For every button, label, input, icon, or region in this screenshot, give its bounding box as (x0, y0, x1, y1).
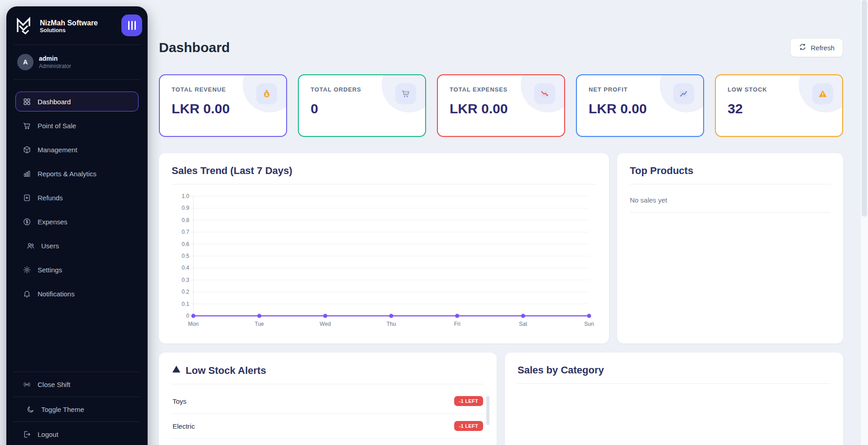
top-products-title: Top Products (630, 165, 830, 177)
moon-icon (26, 405, 35, 414)
sidebar-item-label: Close Shift (38, 381, 71, 388)
svg-text:1.0: 1.0 (182, 193, 189, 199)
low-stock-row: -1 LEFT (172, 439, 484, 445)
sidebar: NizMah Software Solutions A admin Admini… (6, 6, 148, 445)
sidebar-item-label: Management (38, 146, 77, 154)
sidebar-item-label: Point of Sale (38, 122, 76, 130)
cart-icon (395, 83, 416, 104)
svg-text:0.9: 0.9 (182, 205, 189, 211)
main-content: Dashboard Refresh TOTAL REVENUE LKR 0.00… (159, 0, 843, 445)
low-stock-row: Toys -1 LEFT (172, 389, 484, 414)
divider (172, 384, 484, 384)
package-icon (22, 145, 31, 154)
low-stock-alerts-panel: Low Stock Alerts Toys -1 LEFT Electric -… (159, 353, 497, 445)
users-icon (26, 241, 35, 250)
svg-text:0.8: 0.8 (182, 217, 189, 223)
stock-badge: -1 LEFT (454, 396, 483, 406)
money-bag-icon: $ (256, 83, 277, 104)
sidebar-item-label: Notifications (38, 290, 75, 298)
user-role: Administrator (39, 63, 71, 69)
logout-icon (22, 430, 31, 439)
svg-text:0.6: 0.6 (182, 241, 189, 247)
divider (518, 383, 830, 384)
stock-badge: -1 LEFT (454, 421, 483, 431)
top-products-empty-text: No sales yet (630, 196, 830, 204)
sidebar-item-toggle-theme[interactable]: Toggle Theme (15, 400, 139, 419)
stat-card-low-stock: LOW STOCK 32 (715, 74, 843, 137)
product-name: Electric (173, 422, 195, 430)
divider (630, 212, 830, 213)
refresh-button[interactable]: Refresh (790, 38, 843, 57)
grid-icon (22, 97, 31, 106)
sidebar-item-label: Users (41, 242, 59, 250)
stat-cards: TOTAL REVENUE LKR 0.00 $ TOTAL ORDERS 0 … (159, 74, 843, 137)
brand-subtitle: Solutions (40, 27, 98, 34)
sidebar-collapse-button[interactable] (121, 15, 142, 36)
svg-text:0.4: 0.4 (182, 265, 189, 271)
svg-text:Sat: Sat (519, 321, 528, 327)
sidebar-item-expenses[interactable]: Expenses (15, 212, 139, 232)
divider (14, 397, 140, 397)
sales-by-category-panel: Sales by Category (505, 353, 843, 445)
brand-logo-icon (15, 16, 34, 36)
svg-text:0.5: 0.5 (182, 253, 189, 259)
bar-chart-icon (22, 169, 31, 178)
page-scrollbar-thumb[interactable] (862, 0, 867, 217)
sidebar-item-logout[interactable]: Logout (15, 425, 139, 444)
sidebar-nav: Dashboard Point of Sale Management Repor… (15, 92, 139, 304)
sales-trend-panel: Sales Trend (Last 7 Days) 1.00.90.80.70.… (159, 153, 609, 343)
divider (172, 184, 596, 184)
svg-text:0: 0 (186, 313, 189, 319)
page-scrollbar[interactable] (861, 0, 868, 445)
sidebar-item-dashboard[interactable]: Dashboard (15, 92, 139, 111)
sidebar-item-label: Reports & Analytics (38, 170, 96, 178)
sidebar-item-label: Dashboard (38, 98, 71, 106)
svg-text:0.7: 0.7 (182, 229, 189, 235)
sidebar-item-label: Settings (38, 266, 62, 274)
sidebar-item-settings[interactable]: Settings (15, 260, 139, 280)
stat-card-total-revenue: TOTAL REVENUE LKR 0.00 $ (159, 74, 287, 137)
page-title: Dashboard (159, 40, 230, 55)
gear-icon (22, 265, 31, 274)
svg-text:0.1: 0.1 (182, 301, 189, 307)
sidebar-item-label: Refunds (38, 194, 63, 202)
divider (14, 421, 140, 422)
broadcast-icon (22, 380, 31, 389)
svg-text:Tue: Tue (255, 321, 264, 327)
svg-text:Sun: Sun (584, 321, 594, 327)
low-stock-list: Toys -1 LEFT Electric -1 LEFT -1 LEFT (172, 389, 484, 445)
divider (14, 44, 140, 45)
stat-card-net-profit: NET PROFIT LKR 0.00 (576, 74, 704, 137)
refresh-icon (799, 43, 806, 52)
sidebar-item-users[interactable]: Users (15, 236, 139, 256)
sidebar-item-reports-analytics[interactable]: Reports & Analytics (15, 164, 139, 184)
divider (630, 184, 830, 184)
sidebar-item-refunds[interactable]: Refunds (15, 188, 139, 208)
sidebar-item-label: Expenses (38, 218, 67, 226)
sidebar-item-label: Logout (38, 430, 58, 438)
sidebar-item-management[interactable]: Management (15, 140, 139, 160)
refund-icon (22, 193, 31, 202)
brand-name: NizMah Software (40, 19, 98, 27)
chart-up-icon (673, 83, 694, 104)
svg-text:0.2: 0.2 (182, 289, 189, 295)
svg-text:Mon: Mon (188, 321, 198, 327)
user-name: admin (39, 55, 71, 62)
divider (14, 372, 140, 372)
cart-icon (22, 121, 31, 130)
sales-trend-title: Sales Trend (Last 7 Days) (172, 165, 596, 177)
svg-text:$: $ (266, 92, 268, 97)
warning-icon (812, 83, 833, 104)
top-products-panel: Top Products No sales yet (617, 153, 843, 343)
low-stock-title: Low Stock Alerts (186, 365, 266, 377)
sidebar-item-close-shift[interactable]: Close Shift (15, 375, 139, 394)
list-scrollbar-thumb[interactable] (486, 396, 489, 425)
svg-text:Wed: Wed (320, 321, 331, 327)
refresh-label: Refresh (810, 44, 834, 52)
sales-by-category-title: Sales by Category (518, 364, 830, 376)
sidebar-item-notifications[interactable]: Notifications (15, 284, 139, 304)
svg-text:Thu: Thu (387, 321, 396, 327)
avatar: A (17, 54, 34, 70)
sidebar-footer: Close Shift Toggle Theme Logout (15, 369, 139, 444)
sidebar-item-point-of-sale[interactable]: Point of Sale (15, 116, 139, 135)
